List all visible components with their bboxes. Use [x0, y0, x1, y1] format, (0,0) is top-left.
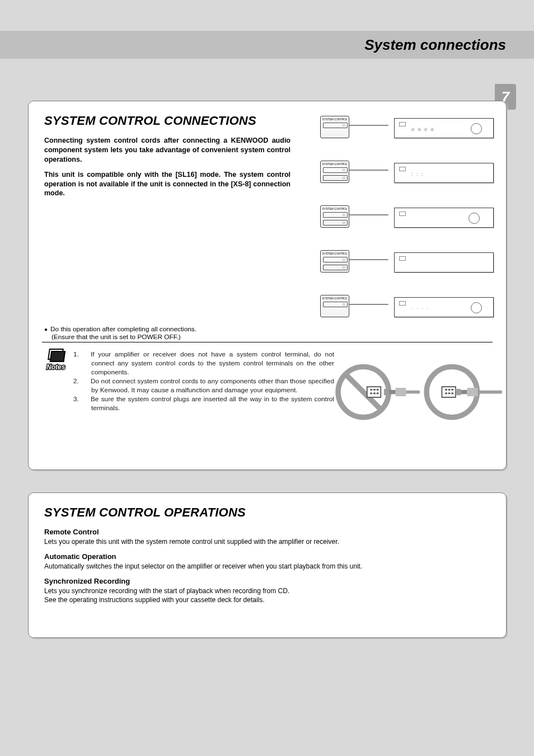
intro-paragraph-2: This unit is compatible only with the [S…	[44, 170, 291, 199]
notes-list: 1.If your amplifier or receiver does not…	[82, 350, 334, 423]
note-item-2: 2.Do not connect system control cords to…	[82, 377, 334, 395]
system-control-box-2	[320, 161, 349, 183]
svg-rect-11	[377, 393, 379, 395]
plug-diagram	[329, 352, 508, 425]
svg-rect-9	[370, 393, 372, 395]
component-tuner: : : :	[394, 163, 494, 183]
system-control-box-3	[320, 205, 349, 228]
system-control-box-5	[320, 295, 349, 317]
component-cd: · · · ·	[394, 297, 494, 317]
ops-heading-sync: Synchronized Recording	[44, 577, 490, 585]
note-item-3: 3.Be sure the system control plugs are i…	[82, 395, 334, 413]
svg-rect-22	[448, 393, 451, 395]
ops-text-sync-1: Lets you synchronize recording with the …	[44, 586, 490, 596]
divider-line	[42, 342, 493, 342]
page-title: System connections	[364, 36, 506, 54]
ops-text-sync-2: See the operating instructions supplied …	[44, 595, 490, 605]
svg-rect-10	[373, 393, 376, 395]
ops-heading-auto: Automatic Operation	[44, 552, 490, 561]
svg-rect-23	[451, 393, 453, 395]
notes-icon: Notes	[43, 348, 76, 372]
svg-rect-19	[448, 389, 451, 391]
ops-text-auto: Automatically switches the input selecto…	[44, 562, 490, 571]
svg-rect-25	[461, 390, 467, 395]
component-cassette	[394, 208, 494, 228]
svg-text:Notes: Notes	[46, 363, 65, 371]
system-control-box-4	[320, 250, 349, 273]
section-title-operations: SYSTEM CONTROL OPERATIONS	[44, 505, 490, 520]
svg-rect-8	[377, 389, 379, 391]
svg-rect-26	[467, 388, 478, 396]
svg-rect-12	[384, 389, 389, 395]
ops-text-remote: Lets you operate this unit with the syst…	[44, 537, 490, 547]
connection-diagram: o o o o : : :	[315, 111, 494, 318]
svg-rect-20	[451, 389, 453, 391]
ops-item-auto: Automatic Operation Automatically switch…	[44, 552, 490, 571]
ops-item-remote: Remote Control Lets you operate this uni…	[44, 528, 490, 547]
ops-item-sync: Synchronized Recording Lets you synchron…	[44, 577, 490, 605]
component-equalizer	[394, 252, 494, 273]
svg-rect-18	[445, 389, 447, 391]
svg-rect-5	[367, 387, 381, 397]
note-item-1: 1.If your amplifier or receiver does not…	[82, 350, 334, 377]
svg-rect-1	[50, 351, 65, 361]
svg-rect-14	[396, 388, 406, 396]
op-note-line1: Do this operation after completing all c…	[50, 325, 196, 333]
bullet-icon: ●	[44, 326, 48, 332]
intro-column: Connecting system control cords after co…	[44, 136, 291, 198]
ops-heading-remote: Remote Control	[44, 528, 490, 536]
op-note-line2: (Ensure that the unit is set to POWER OF…	[44, 333, 196, 341]
svg-rect-7	[373, 389, 376, 391]
component-amplifier: o o o o	[394, 118, 494, 138]
svg-rect-24	[456, 389, 461, 395]
operation-note: ●Do this operation after completing all …	[44, 325, 196, 341]
system-control-box-1	[320, 116, 349, 138]
page-header: System connections	[0, 31, 534, 59]
section-system-control-connections: SYSTEM CONTROL CONNECTIONS Connecting sy…	[28, 101, 507, 470]
svg-rect-13	[389, 390, 395, 395]
svg-rect-21	[445, 393, 447, 395]
intro-paragraph-1: Connecting system control cords after co…	[44, 136, 291, 165]
section-system-control-operations: SYSTEM CONTROL OPERATIONS Remote Control…	[28, 492, 507, 638]
svg-rect-6	[370, 389, 372, 391]
svg-rect-17	[442, 387, 455, 397]
